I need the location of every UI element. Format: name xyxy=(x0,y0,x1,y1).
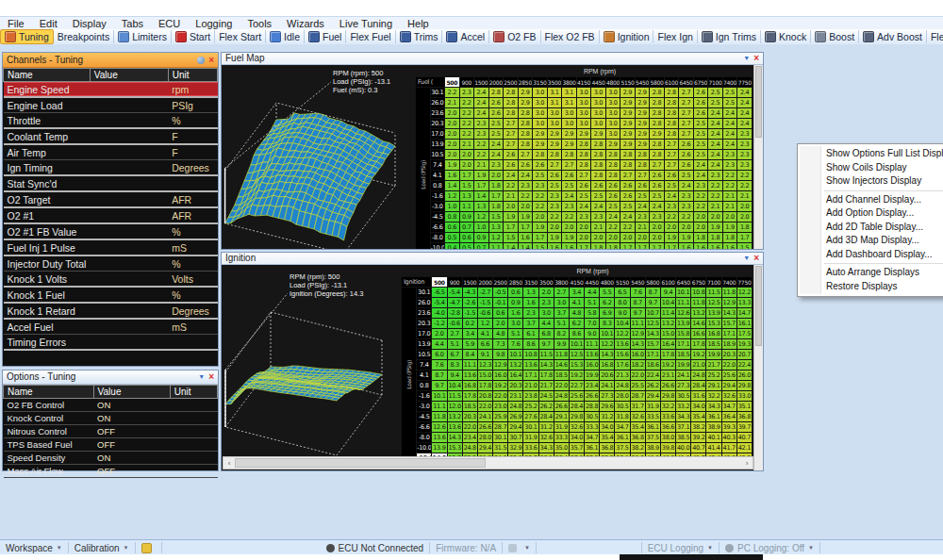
ignition-cell[interactable]: 34.7 xyxy=(721,402,736,412)
ignition-cell[interactable]: 5.9 xyxy=(462,339,477,350)
fuel-cell[interactable]: 2.9 xyxy=(562,129,577,140)
fuel-cell[interactable]: 2.5 xyxy=(722,98,737,108)
ignition-cell[interactable]: 10.4 xyxy=(615,319,630,329)
menu-tools[interactable]: Tools xyxy=(240,18,279,29)
ignition-cell[interactable]: 0.9 xyxy=(508,298,523,308)
ignition-cell[interactable]: 19.3 xyxy=(736,339,752,350)
fuel-cell[interactable]: 3.0 xyxy=(591,108,606,119)
ignition-cell[interactable]: 29.4 xyxy=(721,381,736,391)
menu-ecu[interactable]: ECU xyxy=(151,18,188,29)
ignition-cell[interactable]: 33.5 xyxy=(645,412,660,422)
fuel-cell[interactable]: 2.3 xyxy=(722,160,737,171)
fuel-cell[interactable]: 2.8 xyxy=(605,150,620,160)
fuel-cell[interactable]: 1.7 xyxy=(518,222,533,233)
fuel-cell[interactable]: 2.6 xyxy=(693,108,708,119)
ignition-cell[interactable]: 24.1 xyxy=(600,381,615,391)
fuel-cell[interactable]: 2.4 xyxy=(693,171,708,181)
ignition-rpm-header[interactable]: 5150 xyxy=(615,277,630,288)
fuel-load-header[interactable]: 10.5 xyxy=(430,150,445,160)
ignition-cell[interactable]: 3.7 xyxy=(523,319,538,329)
ignition-cell[interactable]: 12.9 xyxy=(721,298,736,308)
ignition-cell[interactable]: 17.8 xyxy=(462,391,477,402)
fuel-cell[interactable]: 2.7 xyxy=(679,98,694,108)
fuel-cell[interactable]: 2.9 xyxy=(620,88,636,98)
ignition-cell[interactable]: 22.0 xyxy=(721,360,736,371)
ignition-cell[interactable]: 12.0 xyxy=(447,402,462,412)
fuel-rpm-header[interactable]: 2850 xyxy=(518,77,533,88)
toolbar-tab-tuning[interactable]: Tuning xyxy=(0,29,54,44)
ignition-load-header[interactable]: 26.0 xyxy=(417,298,432,308)
ignition-cell[interactable]: 21.0 xyxy=(523,381,538,391)
ignition-cell[interactable]: 9.0 xyxy=(615,308,630,319)
ignition-cell[interactable]: -6.5 xyxy=(432,288,447,298)
ignition-cell[interactable]: 34.0 xyxy=(691,402,706,412)
ignition-cell[interactable]: 26.2 xyxy=(645,381,660,391)
toolbar-tab-boost[interactable]: Boost xyxy=(811,30,859,43)
ignition-cell[interactable]: 41.4 xyxy=(706,443,721,453)
ignition-cell[interactable]: 13.6 xyxy=(585,350,600,360)
fuel-cell[interactable]: 2.0 xyxy=(650,222,665,233)
ignition-cell[interactable]: 1.2 xyxy=(477,319,492,329)
ignition-cell[interactable]: 31.2 xyxy=(538,422,554,433)
fuel-load-header[interactable]: 7.4 xyxy=(430,160,445,171)
fuel-cell[interactable]: 2.0 xyxy=(591,233,606,243)
fuel-cell[interactable]: 2.4 xyxy=(708,119,723,129)
ignition-horizontal-scrollbar[interactable]: ‹ › xyxy=(223,456,753,469)
ignition-cell[interactable]: 28.0 xyxy=(477,433,492,443)
fuel-cell[interactable]: 0.9 xyxy=(474,233,489,243)
ignition-cell[interactable]: 20.3 xyxy=(462,412,477,422)
fuel-cell[interactable]: 3.1 xyxy=(562,88,577,98)
fuel-cell[interactable]: 1.1 xyxy=(488,243,504,250)
ignition-cell[interactable]: 30.5 xyxy=(585,412,600,422)
ignition-rpm-header[interactable]: 900 xyxy=(447,277,462,288)
ignition-cell[interactable]: 4.4 xyxy=(585,288,600,298)
fuel-cell[interactable]: 2.6 xyxy=(576,181,591,191)
fuel-cell[interactable]: 2.4 xyxy=(474,108,489,119)
fuel-cell[interactable]: 2.8 xyxy=(635,150,650,160)
toolbar-tab-breakpoints[interactable]: Breakpoints xyxy=(54,30,114,43)
channel-row-accel-fuel[interactable]: Accel FuelmS xyxy=(4,319,218,335)
fuel-cell[interactable]: 2.7 xyxy=(664,160,679,171)
fuel-cell[interactable]: 2.9 xyxy=(533,140,548,150)
fuel-cell[interactable]: 2.8 xyxy=(576,140,591,150)
fuel-cell[interactable]: 0.8 xyxy=(445,212,460,222)
fuel-cell[interactable]: 2.9 xyxy=(547,140,562,150)
ignition-cell[interactable]: 33.3 xyxy=(554,433,569,443)
fuel-cell[interactable]: 1.9 xyxy=(474,171,489,181)
ignition-cell[interactable]: 12.6 xyxy=(432,422,447,433)
fuel-cell[interactable]: 2.4 xyxy=(708,150,723,160)
ignition-cell[interactable]: 13.6 xyxy=(523,360,538,371)
ignition-cell[interactable]: 19.9 xyxy=(585,371,600,381)
ignition-cell[interactable]: 24.8 xyxy=(508,402,523,412)
ignition-cell[interactable]: 40.3 xyxy=(721,433,736,443)
fuel-cell[interactable]: 2.0 xyxy=(445,108,460,119)
ignition-cell[interactable]: 16.6 xyxy=(691,329,706,339)
ignition-cell[interactable]: 10.4 xyxy=(660,298,675,308)
ignition-cell[interactable]: 9.7 xyxy=(538,339,554,350)
ignition-cell[interactable]: 16.8 xyxy=(462,381,477,391)
ignition-cell[interactable]: 2.0 xyxy=(538,288,554,298)
fuel-cell[interactable]: 1.7 xyxy=(635,243,650,250)
option-row-speed-density[interactable]: Speed DensityON xyxy=(4,452,218,465)
fuel-cell[interactable]: 2.1 xyxy=(591,222,606,233)
ignition-cell[interactable]: 29.4 xyxy=(645,391,660,402)
ignition-cell[interactable]: 26.6 xyxy=(477,422,492,433)
fuel-cell[interactable]: 1.9 xyxy=(562,233,577,243)
ignition-cell[interactable]: 11.5 xyxy=(706,288,721,298)
ignition-cell[interactable]: 2.3 xyxy=(523,308,538,319)
ignition-cell[interactable]: 32.9 xyxy=(508,443,523,453)
fuel-cell[interactable]: 2.0 xyxy=(650,233,665,243)
fuel-cell[interactable]: 3.0 xyxy=(576,119,591,129)
pin-icon[interactable] xyxy=(197,57,205,64)
ignition-cell[interactable]: 8.7 xyxy=(630,298,645,308)
ignition-cell[interactable]: 18.9 xyxy=(721,339,736,350)
fuel-cell[interactable]: 2.0 xyxy=(605,233,620,243)
ignition-load-header[interactable]: -4.5 xyxy=(417,412,432,422)
fuel-cell[interactable]: 2.8 xyxy=(562,150,577,160)
fuel-cell[interactable]: 2.0 xyxy=(518,202,533,212)
fuel-cell[interactable]: 2.9 xyxy=(635,98,650,108)
ignition-rpm-header[interactable]: 5450 xyxy=(630,277,645,288)
ignition-rpm-header[interactable]: 7100 xyxy=(706,277,721,288)
fuel-cell[interactable]: 2.8 xyxy=(650,108,665,119)
fuel-cell[interactable]: 2.7 xyxy=(679,108,694,119)
